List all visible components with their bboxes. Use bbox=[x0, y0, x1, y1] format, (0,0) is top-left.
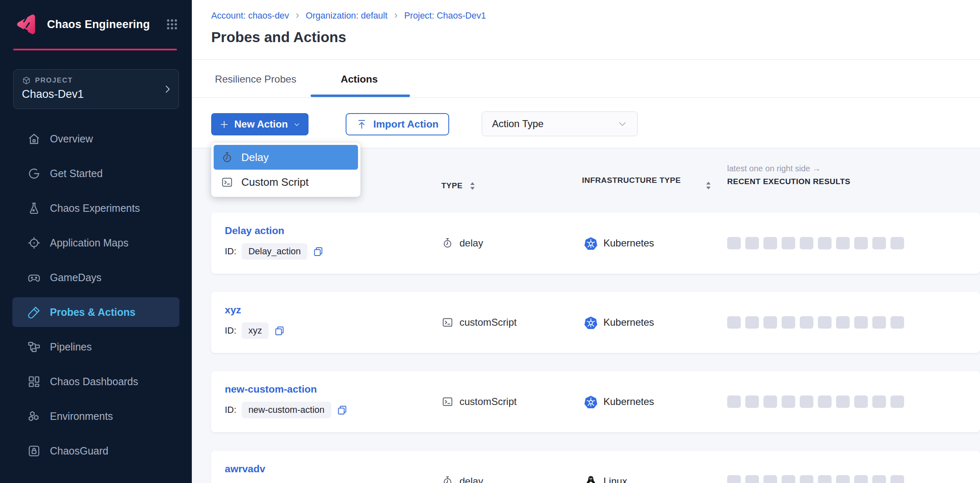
action-type-filter-value: Action Type bbox=[492, 118, 544, 130]
sidebar-item-label: Environments bbox=[50, 410, 113, 422]
execution-result-placeholder bbox=[763, 475, 777, 483]
execution-result-placeholder bbox=[818, 316, 832, 329]
execution-result-placeholder bbox=[836, 316, 850, 329]
terminal-icon bbox=[442, 317, 453, 328]
copy-icon[interactable] bbox=[313, 246, 324, 257]
sort-icon[interactable] bbox=[705, 181, 711, 190]
module-title: Chaos Engineering bbox=[47, 18, 165, 31]
recent-execution-results bbox=[727, 292, 904, 353]
import-action-button[interactable]: Import Action bbox=[346, 113, 449, 135]
sidebar-item-chaosguard[interactable]: ChaosGuard bbox=[12, 436, 179, 466]
sidebar-item-pipelines[interactable]: Pipelines bbox=[12, 332, 179, 362]
infrastructure-value: Linux bbox=[603, 476, 627, 483]
menu-item-custom-script[interactable]: Custom Script bbox=[214, 170, 358, 194]
sidebar-item-get-started[interactable]: Get Started bbox=[12, 159, 179, 188]
execution-result-placeholder bbox=[782, 316, 795, 329]
action-name-link[interactable]: new-custom-action bbox=[225, 384, 317, 395]
get-started-icon bbox=[27, 167, 41, 180]
gamepad-icon bbox=[27, 271, 41, 284]
sidebar-item-chaos-experiments[interactable]: Chaos Experiments bbox=[12, 193, 179, 223]
sidebar: Chaos Engineering PROJECT Chaos-Dev1 Ove… bbox=[0, 0, 192, 483]
id-label: ID: bbox=[225, 246, 236, 257]
plus-icon bbox=[219, 120, 229, 129]
sidebar-item-label: Probes & Actions bbox=[50, 306, 135, 318]
sidebar-item-environments[interactable]: Environments bbox=[12, 401, 179, 431]
execution-result-placeholder bbox=[800, 475, 813, 483]
breadcrumb-link[interactable]: Project: Chaos-Dev1 bbox=[404, 11, 486, 21]
module-switcher-grid-icon[interactable] bbox=[165, 18, 179, 31]
page-title: Probes and Actions bbox=[211, 29, 346, 45]
type-cell: customScript bbox=[442, 292, 517, 353]
execution-result-placeholder bbox=[818, 475, 832, 483]
tab-actions[interactable]: Actions bbox=[341, 73, 378, 85]
table-row: xyz ID: xyz customScript Kubernetes bbox=[211, 292, 980, 353]
id-value: Delay_action bbox=[242, 243, 307, 260]
breadcrumb-link[interactable]: Organization: default bbox=[306, 11, 387, 21]
id-value: new-custom-action bbox=[242, 402, 331, 418]
execution-result-placeholder bbox=[818, 237, 832, 249]
project-label: PROJECT bbox=[35, 76, 73, 85]
hexagons-icon bbox=[27, 410, 41, 423]
infrastructure-value: Kubernetes bbox=[603, 237, 654, 249]
execution-result-placeholder bbox=[782, 395, 795, 408]
copy-icon[interactable] bbox=[337, 405, 348, 416]
execution-result-placeholder bbox=[890, 395, 904, 408]
infrastructure-cell: Kubernetes bbox=[584, 371, 654, 432]
recent-execution-results bbox=[727, 213, 904, 274]
type-value: customScript bbox=[459, 317, 517, 328]
action-id: ID: Delay_action bbox=[225, 243, 324, 260]
new-action-button[interactable]: New Action bbox=[211, 113, 309, 135]
action-name-link[interactable]: Delay action bbox=[225, 225, 284, 237]
lock-square-icon bbox=[27, 444, 41, 458]
infrastructure-cell: Kubernetes bbox=[584, 213, 654, 274]
active-tab-underline bbox=[311, 95, 410, 97]
tab-resilience-probes[interactable]: Resilience Probes bbox=[215, 73, 296, 85]
table-row: new-custom-action ID: new-custom-action … bbox=[211, 371, 980, 432]
breadcrumb-separator-icon: › bbox=[394, 10, 398, 21]
chevron-down-icon bbox=[293, 121, 300, 128]
new-action-dropdown-menu: DelayCustom Script bbox=[211, 142, 360, 197]
sidebar-item-label: Overview bbox=[50, 133, 93, 145]
sidebar-item-gamedays[interactable]: GameDays bbox=[12, 263, 179, 292]
column-header-infrastructure-type: INFRASTRUCTURE TYPE bbox=[582, 175, 689, 186]
sidebar-header: Chaos Engineering bbox=[0, 0, 192, 49]
sidebar-item-application-maps[interactable]: Application Maps bbox=[12, 228, 179, 258]
execution-result-placeholder bbox=[836, 475, 850, 483]
menu-item-delay[interactable]: Delay bbox=[214, 145, 358, 170]
id-label: ID: bbox=[225, 325, 236, 336]
target-icon bbox=[27, 236, 41, 250]
action-type-filter-select[interactable]: Action Type bbox=[482, 111, 638, 136]
actions-table: TYPE INFRASTRUCTURE TYPE latest one on r… bbox=[192, 148, 980, 483]
sidebar-item-overview[interactable]: Overview bbox=[12, 124, 179, 154]
sidebar-item-label: Application Maps bbox=[50, 237, 128, 249]
column-header-recent-execution-results: latest one on right side → RECENT EXECUT… bbox=[727, 164, 850, 186]
home-icon bbox=[27, 132, 41, 146]
execution-result-placeholder bbox=[836, 395, 850, 408]
execution-result-placeholder bbox=[800, 237, 813, 249]
copy-icon[interactable] bbox=[274, 325, 285, 336]
sidebar-item-label: Chaos Experiments bbox=[50, 202, 140, 214]
execution-result-placeholder bbox=[800, 395, 813, 408]
sort-icon[interactable] bbox=[469, 182, 476, 190]
breadcrumb: Account: chaos-dev›Organization: default… bbox=[211, 10, 486, 21]
sidebar-item-chaos-dashboards[interactable]: Chaos Dashboards bbox=[12, 367, 179, 396]
type-cell: customScript bbox=[442, 371, 517, 432]
infrastructure-value: Kubernetes bbox=[603, 396, 654, 407]
execution-result-placeholder bbox=[890, 316, 904, 329]
action-id: ID: new-custom-action bbox=[225, 402, 348, 418]
project-selector[interactable]: PROJECT Chaos-Dev1 bbox=[13, 69, 179, 109]
sidebar-item-probes-actions[interactable]: Probes & Actions bbox=[12, 297, 179, 327]
execution-result-placeholder bbox=[727, 316, 741, 329]
execution-result-placeholder bbox=[727, 395, 741, 408]
breadcrumb-link[interactable]: Account: chaos-dev bbox=[211, 11, 289, 21]
chevron-down-icon bbox=[617, 119, 627, 129]
execution-result-placeholder bbox=[854, 395, 868, 408]
breadcrumb-separator-icon: › bbox=[296, 10, 299, 21]
action-name-link[interactable]: awrvadv bbox=[225, 463, 265, 475]
execution-result-placeholder bbox=[854, 316, 868, 329]
action-name-link[interactable]: xyz bbox=[225, 304, 241, 316]
infrastructure-cell: Kubernetes bbox=[584, 292, 654, 353]
execution-result-placeholder bbox=[872, 316, 886, 329]
sidebar-nav: OverviewGet StartedChaos ExperimentsAppl… bbox=[12, 124, 179, 471]
execution-result-placeholder bbox=[872, 395, 886, 408]
